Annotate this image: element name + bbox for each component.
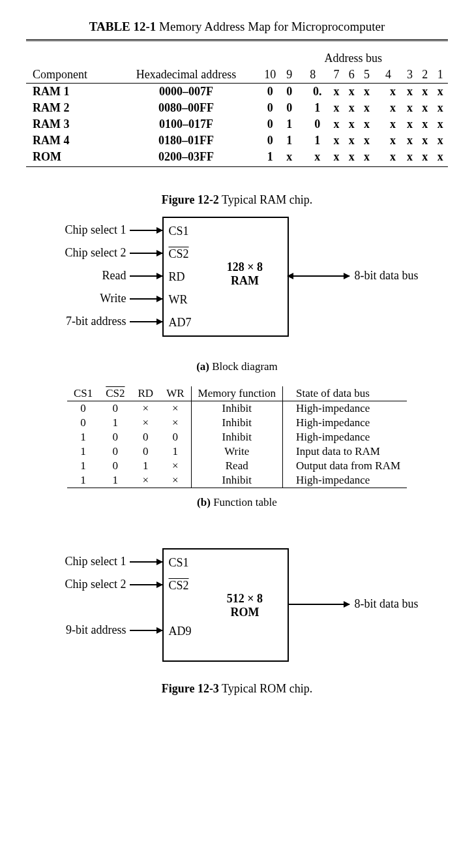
- rom-pin-cs1-label: Chip select 1: [42, 555, 126, 568]
- col-addrbus: Address bus: [258, 50, 448, 67]
- ram-chip-box: CS1 CS2 RD WR AD7 128 × 8 RAM: [162, 217, 289, 337]
- ram-pin-wr-label: Write: [42, 292, 126, 305]
- fig-12-2a-caption: (a) Block diagram: [26, 360, 448, 373]
- table-row: ROM0200–03FF1xxxxxxxxx: [26, 149, 448, 167]
- table-12-1: Component Hexadecimal address Address bu…: [26, 50, 448, 167]
- fig-12-2b-caption: (b) Function table: [26, 496, 448, 509]
- table-row: RAM 30100–017F010xxxxxxx: [26, 116, 448, 132]
- ram-pin-cs1-label: Chip select 1: [42, 223, 126, 237]
- col-hex: Hexadecimal address: [114, 50, 259, 84]
- table-row: 101×ReadOutput data from RAM: [67, 459, 407, 473]
- rom-block-diagram: Chip select 1 Chip select 2 9-bit addres…: [42, 548, 433, 672]
- divider: [26, 39, 448, 44]
- rom-chip-box: CS1 CS2 AD9 512 × 8 ROM: [162, 548, 289, 662]
- rom-databus-label: 8-bit data bus: [355, 597, 419, 611]
- ram-pin-ad-label: 7-bit address: [42, 315, 126, 328]
- fig-12-3-caption: Figure 12-3 Typical ROM chip.: [26, 682, 448, 696]
- col-component: Component: [26, 50, 114, 84]
- table-row: 1001WriteInput data to RAM: [67, 444, 407, 459]
- table-row: 01××InhibitHigh-impedance: [67, 416, 407, 430]
- fig-12-2-caption: Figure 12-2 Typical RAM chip.: [26, 193, 448, 207]
- table-row: 00××InhibitHigh-impedance: [67, 401, 407, 416]
- table-12-1-title: TABLE 12-1 Memory Address Map for Microp…: [26, 20, 448, 34]
- table-row: 1000InhibitHigh-impedance: [67, 430, 407, 444]
- table-row: RAM 40180–01FF011xxxxxxx: [26, 132, 448, 149]
- table-row: 11××InhibitHigh-impedance: [67, 473, 407, 488]
- rom-pin-ad-label: 9-bit address: [42, 623, 126, 637]
- table-row: RAM 10000–007F000.xxxxxxx: [26, 84, 448, 101]
- ram-function-table: CS1 CS2 RD WR Memory function State of d…: [67, 386, 407, 488]
- ram-pin-rd-label: Read: [42, 269, 126, 283]
- rom-chip-label: 512 × 8 ROM: [209, 592, 281, 619]
- ram-chip-label: 128 × 8 RAM: [209, 260, 281, 288]
- ram-block-diagram: Chip select 1 Chip select 2 Read Write 7…: [42, 217, 433, 354]
- ram-pin-cs2-label: Chip select 2: [42, 246, 126, 260]
- table-row: RAM 20080–00FF001xxxxxxx: [26, 100, 448, 116]
- ram-databus-label: 8-bit data bus: [355, 269, 419, 283]
- rom-pin-cs2-label: Chip select 2: [42, 578, 126, 591]
